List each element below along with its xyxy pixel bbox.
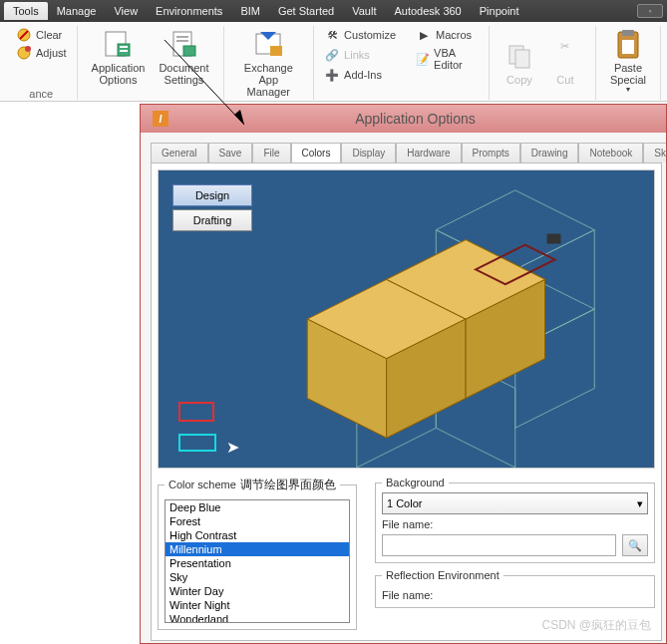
copy-button[interactable]: Copy [500, 38, 539, 88]
menu-environments[interactable]: Environments [147, 2, 231, 20]
application-options-dialog: I Application Options General Save File … [140, 104, 667, 644]
addins-icon: ➕ [324, 67, 340, 83]
exchange-label: Exchange App Manager [238, 62, 300, 98]
clear-label: Clear [36, 29, 62, 41]
clear-button[interactable]: Clear [14, 26, 64, 44]
paste-icon [612, 28, 644, 60]
links-button[interactable]: 🔗Links [322, 46, 398, 64]
clear-icon [16, 27, 32, 43]
menu-view[interactable]: View [105, 2, 147, 20]
background-combo[interactable]: 1 Color ▾ [382, 492, 648, 514]
app-options-icon [102, 28, 134, 60]
tab-colors[interactable]: Colors [291, 143, 342, 162]
tab-hardware[interactable]: Hardware [396, 143, 461, 162]
macros-label: Macros [436, 29, 472, 41]
links-label: Links [344, 49, 370, 61]
vba-button[interactable]: 📝VBA Editor [414, 46, 481, 72]
adjust-button[interactable]: Adjust [14, 44, 69, 62]
macros-icon: ▶ [416, 27, 432, 43]
scheme-deepblue[interactable]: Deep Blue [166, 500, 349, 514]
menu-tools[interactable]: Tools [4, 2, 48, 20]
ribbon-group-paste: Paste Special▾ [596, 26, 661, 100]
tab-general[interactable]: General [151, 143, 208, 162]
background-fieldset: Background 1 Color ▾ File name: 🔍 [375, 477, 655, 563]
cut-icon: ✂ [549, 40, 581, 72]
menu-bim[interactable]: BIM [231, 2, 269, 20]
tab-sketch[interactable]: Sketch [643, 143, 666, 162]
scheme-highcontrast[interactable]: High Contrast [166, 528, 349, 542]
exchange-button[interactable]: Exchange App Manager [234, 26, 304, 100]
paste-special-button[interactable]: Paste Special▾ [606, 26, 650, 97]
document-settings-button[interactable]: Document Settings [155, 26, 212, 88]
menu-a360[interactable]: Autodesk 360 [385, 2, 470, 20]
customize-button[interactable]: 🛠Customize [322, 26, 398, 44]
reflection-legend: Reflection Environment [382, 569, 503, 581]
customize-label: Customize [344, 29, 396, 41]
tab-save[interactable]: Save [208, 143, 253, 162]
group-footer-ance: ance [29, 88, 53, 100]
menu-manage[interactable]: Manage [48, 2, 106, 20]
color-preview: Design Drafting [158, 169, 655, 469]
svg-rect-17 [622, 30, 634, 36]
ribbon-group-exchange: Exchange App Manager [224, 26, 315, 100]
filename-input[interactable] [382, 534, 616, 556]
svg-rect-35 [547, 234, 561, 244]
app-icon: I [153, 111, 168, 127]
cut-button[interactable]: ✂ Cut [545, 38, 585, 88]
menu-pinpoint[interactable]: Pinpoint [471, 2, 528, 20]
cyan-swatch [178, 434, 216, 452]
reflection-fieldset: Reflection Environment File name: [375, 569, 655, 608]
adjust-icon [16, 45, 32, 61]
reflection-filename-label: File name: [382, 589, 648, 601]
addins-button[interactable]: ➕Add-Ins [322, 66, 398, 84]
dialog-titlebar[interactable]: I Application Options [141, 105, 666, 133]
cut-label: Cut [556, 74, 573, 86]
svg-rect-15 [515, 50, 529, 68]
background-legend: Background [382, 477, 449, 488]
color-scheme-cn: 调节绘图界面颜色 [240, 478, 336, 491]
copy-label: Copy [506, 74, 532, 86]
scheme-forest[interactable]: Forest [166, 514, 349, 528]
svg-rect-7 [120, 50, 128, 52]
scheme-presentation[interactable]: Presentation [166, 556, 349, 570]
tab-display[interactable]: Display [341, 143, 396, 162]
application-options-button[interactable]: Application Options [88, 26, 150, 88]
svg-rect-6 [120, 46, 128, 48]
color-scheme-legend: Color scheme [168, 479, 236, 490]
links-icon: 🔗 [324, 47, 340, 63]
scheme-winterday[interactable]: Winter Day [166, 584, 349, 598]
dialog-tabs: General Save File Colors Display Hardwar… [151, 143, 656, 162]
tab-drawing[interactable]: Drawing [520, 143, 579, 162]
macros-button[interactable]: ▶Macros [414, 26, 481, 44]
color-scheme-listbox[interactable]: Deep Blue Forest High Contrast Millenniu… [165, 499, 350, 623]
cursor-icon: ➤ [226, 438, 239, 457]
scheme-millennium[interactable]: Millennium [166, 542, 349, 556]
tab-prompts[interactable]: Prompts [462, 143, 520, 162]
window-btn[interactable]: ◦ [637, 4, 663, 18]
tab-notebook[interactable]: Notebook [578, 143, 643, 162]
scheme-wonderland[interactable]: Wonderland [166, 612, 349, 623]
dialog-title: Application Options [176, 111, 654, 127]
svg-rect-10 [176, 40, 188, 42]
ribbon-group-clipboard: Copy ✂ Cut [490, 26, 596, 100]
ribbon: Clear Adjust ance Application Options Do… [0, 22, 667, 102]
browse-button[interactable]: 🔍 [622, 534, 648, 556]
exchange-icon [252, 28, 284, 60]
tab-content-colors: Design Drafting [151, 162, 662, 641]
red-swatch [178, 402, 214, 422]
svg-rect-9 [176, 36, 188, 38]
menu-vault[interactable]: Vault [343, 2, 385, 20]
chevron-down-icon: ▾ [637, 497, 643, 510]
scheme-winternight[interactable]: Winter Night [166, 598, 349, 612]
scheme-sky[interactable]: Sky [166, 570, 349, 584]
doc-settings-icon [167, 28, 199, 60]
copy-icon [503, 40, 535, 72]
menu-getstarted[interactable]: Get Started [269, 2, 343, 20]
tab-file[interactable]: File [252, 143, 290, 162]
menubar: Tools Manage View Environments BIM Get S… [0, 0, 667, 22]
ribbon-group-options: Application Options Document Settings [78, 26, 224, 100]
customize-icon: 🛠 [324, 27, 340, 43]
svg-rect-18 [622, 40, 634, 54]
vba-icon: 📝 [416, 51, 430, 67]
color-scheme-fieldset: Color scheme调节绘图界面颜色 Deep Blue Forest Hi… [158, 477, 357, 630]
